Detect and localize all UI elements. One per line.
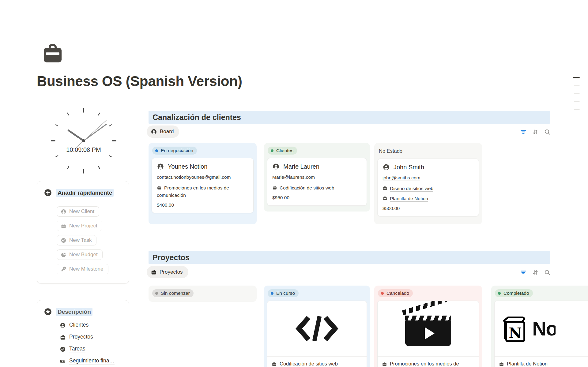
amount: $950.00 bbox=[272, 195, 362, 200]
new-client-button[interactable]: New Client bbox=[57, 206, 99, 217]
new-budget-button[interactable]: New Budget bbox=[57, 249, 103, 260]
person-icon bbox=[60, 322, 66, 328]
minute-hand bbox=[84, 124, 106, 141]
person-icon bbox=[383, 163, 390, 171]
status-label: Clientes bbox=[276, 148, 293, 153]
projects-toolbar bbox=[520, 269, 551, 276]
kanban-column-completado: Completado N No Plantilla de Notion bbox=[491, 286, 588, 367]
briefcase-icon bbox=[40, 41, 65, 66]
status-dot bbox=[381, 292, 384, 295]
banknote-icon bbox=[60, 358, 66, 364]
status-badge: Sin comenzar bbox=[152, 289, 194, 297]
tab-label: Proyectos bbox=[160, 269, 183, 275]
briefcase-icon bbox=[383, 196, 387, 201]
code-icon bbox=[294, 315, 340, 342]
briefcase-icon bbox=[499, 361, 504, 367]
clock-digital-time: 10:09:08 PM bbox=[48, 146, 119, 153]
check-circle-icon bbox=[61, 238, 66, 243]
clock-face bbox=[48, 106, 119, 176]
project-card-promociones[interactable]: Promociones en los medios de bbox=[377, 301, 479, 367]
status-label: Cancelado bbox=[386, 290, 409, 296]
project-relation-link[interactable]: Codificación de sitios web bbox=[272, 184, 362, 192]
link-proyectos[interactable]: Proyectos bbox=[60, 334, 93, 341]
client-email-link[interactable]: contact.notionbyounes@gmail.com bbox=[157, 174, 231, 180]
tab-label: Board bbox=[160, 129, 174, 135]
star-circle-icon bbox=[44, 308, 52, 316]
kanban-column-cancelado: Cancelado Promociones en los medios de bbox=[374, 286, 482, 367]
outline-item[interactable] bbox=[574, 101, 580, 102]
divider bbox=[56, 201, 122, 201]
project-title: Codificación de sitios web bbox=[280, 361, 338, 367]
button-label: New Budget bbox=[69, 252, 98, 258]
client-name: John Smith bbox=[394, 164, 424, 171]
project-title: Plantilla de Notion bbox=[507, 361, 548, 367]
project-relation-link[interactable]: Plantilla de Notion bbox=[383, 195, 474, 202]
project-relation-link[interactable]: Diseño de sitios web bbox=[383, 185, 474, 192]
button-label: New Project bbox=[69, 223, 97, 229]
section-title[interactable]: Proyectos bbox=[153, 253, 190, 262]
relation-label: Diseño de sitios web bbox=[390, 186, 433, 192]
description-heading: Descripción bbox=[56, 308, 92, 316]
status-dot bbox=[271, 292, 273, 295]
link-label: Seguimiento fina… bbox=[69, 358, 115, 365]
client-card-john-smith[interactable]: John Smith john@smiths.com Diseño de sit… bbox=[377, 159, 479, 216]
client-card-marie-lauren[interactable]: Marie Lauren Marie@laurens.com Codificac… bbox=[267, 158, 367, 206]
clapperboard-icon bbox=[405, 305, 451, 352]
filter-icon[interactable] bbox=[520, 129, 527, 135]
pipeline-toolbar bbox=[520, 129, 551, 135]
tab-board-view[interactable]: Board bbox=[147, 125, 179, 138]
quick-add-heading: Añadir rápidamente bbox=[56, 189, 114, 197]
search-icon[interactable] bbox=[544, 269, 551, 276]
outline-item[interactable] bbox=[574, 93, 580, 94]
client-email-link[interactable]: Marie@laurens.com bbox=[272, 174, 315, 180]
project-card-codificacion[interactable]: Codificación de sitios web bbox=[267, 301, 367, 367]
description-panel: Descripción Clientes Proyectos bbox=[37, 300, 129, 367]
button-label: New Milestone bbox=[69, 266, 104, 272]
page-title[interactable]: Business OS (Spanish Version) bbox=[37, 73, 242, 89]
status-label: Sin comenzar bbox=[161, 290, 190, 296]
outline-item[interactable] bbox=[574, 109, 580, 110]
status-dot bbox=[271, 149, 273, 152]
kanban-column-sin-comenzar: Sin comenzar bbox=[149, 286, 257, 302]
button-label: New Client bbox=[69, 208, 94, 215]
status-dot bbox=[498, 292, 501, 295]
card-cover: N No bbox=[495, 301, 588, 357]
link-label: Tareas bbox=[69, 346, 85, 353]
client-email-link[interactable]: john@smiths.com bbox=[383, 175, 420, 181]
filter-icon[interactable] bbox=[520, 269, 527, 276]
link-seguimiento-financiero[interactable]: Seguimiento fina… bbox=[60, 358, 115, 365]
briefcase-icon bbox=[272, 185, 277, 190]
sort-icon[interactable] bbox=[532, 269, 539, 276]
notion-wordmark: No bbox=[532, 317, 556, 340]
relation-label: Codificación de sitios web bbox=[280, 185, 334, 191]
outline-item-active[interactable] bbox=[573, 77, 580, 78]
person-icon bbox=[157, 163, 164, 170]
link-tareas[interactable]: Tareas bbox=[60, 346, 85, 353]
project-title: Promociones en los medios de bbox=[390, 361, 459, 367]
briefcase-icon bbox=[151, 269, 157, 275]
page-icon-briefcase-icon[interactable] bbox=[40, 41, 65, 66]
person-icon bbox=[272, 163, 280, 170]
person-icon bbox=[151, 129, 157, 135]
project-card-plantilla-notion[interactable]: N No Plantilla de Notion bbox=[494, 301, 588, 367]
tab-proyectos-view[interactable]: Proyectos bbox=[147, 266, 188, 278]
client-card-younes-notion[interactable]: Younes Notion contact.notionbyounes@gmai… bbox=[152, 158, 254, 213]
sort-icon[interactable] bbox=[532, 129, 539, 135]
outline-item[interactable] bbox=[574, 85, 580, 86]
relation-label: Promociones en los medios de comunicació… bbox=[157, 185, 229, 198]
status-label: Completado bbox=[503, 290, 529, 296]
new-milestone-button[interactable]: New Milestone bbox=[57, 264, 108, 274]
briefcase-icon bbox=[382, 361, 387, 367]
status-badge: En curso bbox=[268, 289, 299, 297]
new-project-button[interactable]: New Project bbox=[57, 221, 102, 231]
link-label: Clientes bbox=[69, 322, 89, 329]
section-title[interactable]: Canalización de clientes bbox=[153, 113, 241, 122]
page-outline-indicator[interactable] bbox=[573, 77, 580, 110]
new-task-button[interactable]: New Task bbox=[57, 235, 96, 245]
link-clientes[interactable]: Clientes bbox=[60, 322, 89, 329]
client-name: Younes Notion bbox=[168, 163, 207, 170]
check-circle-icon bbox=[60, 346, 66, 352]
project-relation-link[interactable]: Promociones en los medios de comunicació… bbox=[157, 184, 248, 199]
quick-add-panel: Añadir rápidamente New Client New Projec… bbox=[37, 181, 129, 284]
search-icon[interactable] bbox=[544, 129, 551, 135]
